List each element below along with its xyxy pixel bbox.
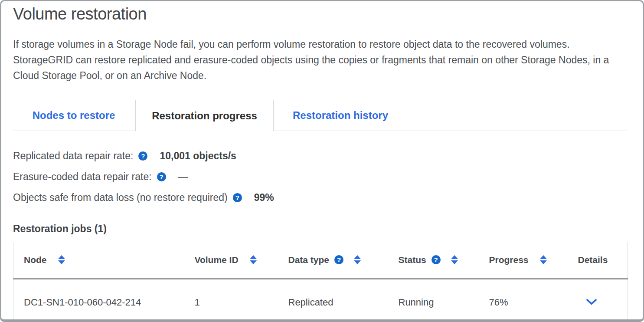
tab-restoration-progress[interactable]: Restoration progress	[135, 100, 274, 131]
sort-icon[interactable]	[540, 255, 547, 264]
stat-label: Objects safe from data loss (no restore …	[13, 192, 228, 204]
cell-volume-id: 1	[184, 279, 278, 322]
help-icon[interactable]: ?	[334, 255, 343, 264]
column-header-progress[interactable]: Progress	[479, 242, 568, 279]
stat-label: Erasure-coded data repair rate:	[13, 171, 152, 183]
tab-label: Restoration progress	[152, 110, 257, 122]
cell-progress: 76%	[479, 279, 568, 322]
tab-restoration-history[interactable]: Restoration history	[274, 100, 407, 131]
stat-value: 99%	[254, 192, 274, 204]
chevron-down-icon[interactable]	[586, 299, 597, 306]
help-icon[interactable]: ?	[138, 151, 147, 161]
column-label: Volume ID	[195, 255, 239, 265]
table-row: DC1-SN1-010-060-042-214 1 Replicated Run…	[13, 279, 628, 322]
restoration-jobs-table: Node Volume ID Data type ?	[13, 242, 628, 322]
cell-status: Running	[388, 279, 479, 322]
page-title: Volume restoration	[13, 5, 628, 23]
cell-node: DC1-SN1-010-060-042-214	[13, 279, 184, 322]
column-label: Data type	[288, 255, 330, 265]
column-header-status[interactable]: Status ?	[388, 242, 479, 279]
page-description: If storage volumes in a Storage Node fai…	[13, 36, 628, 83]
stat-value: —	[178, 171, 188, 183]
sort-icon[interactable]	[354, 255, 361, 264]
volume-restoration-page: Volume restoration If storage volumes in…	[0, 0, 644, 322]
stat-value: 10,001 objects/s	[160, 150, 236, 162]
stat-erasure-coded-repair-rate: Erasure-coded data repair rate: ? —	[13, 170, 628, 183]
stat-objects-safe: Objects safe from data loss (no restore …	[13, 191, 628, 204]
stat-label: Replicated data repair rate:	[13, 150, 133, 162]
sort-icon[interactable]	[451, 255, 458, 264]
tab-nodes-to-restore[interactable]: Nodes to restore	[12, 100, 135, 131]
stat-replicated-repair-rate: Replicated data repair rate: ? 10,001 ob…	[13, 149, 628, 162]
help-icon[interactable]: ?	[432, 255, 441, 264]
column-label: Node	[24, 255, 47, 265]
help-icon[interactable]: ?	[233, 193, 242, 202]
cell-data-type: Replicated	[278, 279, 388, 322]
column-header-volume-id[interactable]: Volume ID	[184, 242, 278, 279]
cell-details	[568, 279, 628, 322]
tab-bar: Nodes to restore Restoration progress Re…	[12, 100, 628, 131]
column-label: Progress	[489, 255, 529, 265]
column-label: Status	[399, 255, 426, 265]
column-header-node[interactable]: Node	[13, 242, 184, 279]
restoration-jobs-heading: Restoration jobs (1)	[13, 223, 628, 235]
sort-icon[interactable]	[250, 255, 257, 264]
table-header-row: Node Volume ID Data type ?	[13, 242, 628, 279]
sort-icon[interactable]	[58, 255, 65, 264]
tab-label: Nodes to restore	[33, 109, 115, 122]
help-icon[interactable]: ?	[157, 172, 166, 181]
column-header-details: Details	[568, 242, 628, 279]
column-label: Details	[578, 255, 608, 265]
column-header-data-type[interactable]: Data type ?	[278, 242, 388, 279]
tab-label: Restoration history	[293, 109, 388, 122]
repair-stats: Replicated data repair rate: ? 10,001 ob…	[13, 149, 628, 204]
